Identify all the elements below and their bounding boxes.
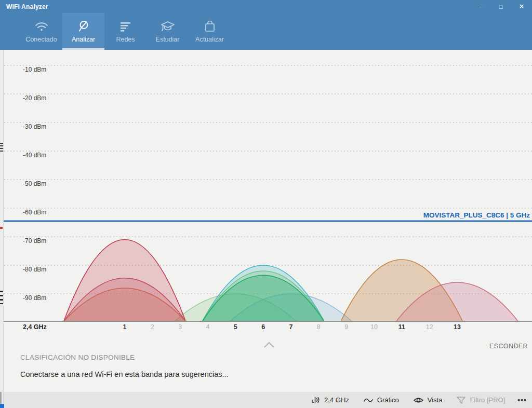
toolbar: Conectado Analizar [0, 13, 532, 50]
svg-text:-80 dBm: -80 dBm [23, 266, 46, 273]
tab-label: Actualizar [195, 36, 224, 43]
filter-pro-button[interactable]: Filtro [PRO] [456, 396, 505, 404]
graduation-cap-icon [161, 19, 175, 34]
network-list-icon [119, 19, 132, 34]
svg-text:-60 dBm: -60 dBm [23, 209, 46, 216]
svg-text:4: 4 [206, 323, 210, 331]
tab-analizar[interactable]: Analizar [62, 13, 104, 50]
svg-text:7: 7 [289, 323, 293, 331]
svg-text:-40 dBm: -40 dBm [23, 152, 46, 159]
svg-text:1: 1 [123, 323, 127, 331]
svg-text:-10 dBm: -10 dBm [23, 66, 46, 73]
y-gridlines [4, 65, 532, 294]
svg-text:11: 11 [398, 323, 405, 331]
classification-heading: CLASIFICACIÓN NO DISPONIBLE [20, 353, 135, 361]
tab-actualizar[interactable]: Actualizar [189, 13, 231, 50]
shopping-bag-icon [204, 19, 216, 34]
svg-text:9: 9 [344, 323, 348, 331]
tab-label: Conectado [25, 36, 57, 43]
classification-message: Conectarse a una red Wi-Fi en esta banda… [20, 370, 229, 378]
filter-label: Filtro [PRO] [470, 396, 505, 404]
waveform-icon [363, 396, 374, 404]
close-button[interactable]: ✕ [511, 0, 532, 13]
svg-text:12: 12 [426, 323, 433, 331]
graph-label: Gráfico [377, 396, 399, 404]
tab-label: Analizar [72, 36, 95, 43]
more-options-button[interactable]: ••• [517, 396, 527, 404]
band-selector[interactable]: 2,4 GHz [311, 396, 349, 405]
svg-text:13: 13 [454, 323, 461, 331]
band-label: 2,4 GHz [324, 396, 349, 404]
wifi-analyzer-window: WiFi Analyzer – □ ✕ Conectado [0, 0, 532, 408]
magnifier-icon [77, 19, 90, 34]
minimize-button[interactable]: – [470, 0, 490, 13]
background-window-artifact [0, 392, 2, 404]
channel-labels: 12345678910111213 [123, 323, 461, 331]
tab-label: Redes [116, 36, 135, 43]
eye-icon [413, 396, 424, 404]
svg-text:3: 3 [178, 323, 182, 331]
hide-panel-link[interactable]: ESCONDER [489, 343, 528, 350]
svg-text:2: 2 [151, 323, 154, 331]
tab-conectado[interactable]: Conectado [20, 13, 62, 50]
y-tick-labels: -10 dBm-20 dBm-30 dBm-40 dBm-50 dBm-60 d… [23, 66, 46, 302]
view-button[interactable]: Vista [413, 396, 443, 404]
title-bar: WiFi Analyzer – □ ✕ [0, 0, 532, 13]
band-label: 2,4 GHz [23, 323, 47, 331]
svg-text:5: 5 [234, 323, 237, 331]
band-signal-icon [311, 396, 321, 405]
background-window-artifact [0, 143, 3, 152]
background-window-edge [0, 50, 4, 408]
graph-view-button[interactable]: Gráfico [363, 396, 399, 404]
svg-text:-50 dBm: -50 dBm [23, 180, 46, 187]
spectrum-chart: -10 dBm-20 dBm-30 dBm-40 dBm-50 dBm-60 d… [0, 50, 532, 336]
view-label: Vista [428, 396, 443, 404]
network-curves [64, 240, 518, 322]
background-window-artifact [0, 404, 4, 408]
tab-estudiar[interactable]: Estudiar [147, 13, 189, 50]
tab-label: Estudiar [156, 36, 180, 43]
background-window-artifact [0, 227, 3, 229]
tab-redes[interactable]: Redes [104, 13, 147, 50]
wifi-connected-icon [34, 19, 49, 34]
svg-text:-30 dBm: -30 dBm [23, 123, 46, 130]
svg-text:10: 10 [370, 323, 378, 331]
svg-text:-70 dBm: -70 dBm [23, 237, 46, 244]
status-bar: 2,4 GHz Gráfico Vista Filtro [PRO] ••• [0, 392, 532, 408]
window-title: WiFi Analyzer [0, 3, 48, 10]
window-controls: – □ ✕ [470, 0, 532, 13]
network-curve [202, 275, 324, 321]
svg-text:6: 6 [261, 323, 265, 331]
svg-text:-90 dBm: -90 dBm [23, 294, 46, 302]
filter-icon [456, 396, 466, 404]
highlight-network-label: MOVISTAR_PLUS_C8C6 | 5 GHz [423, 211, 530, 219]
svg-text:-20 dBm: -20 dBm [23, 94, 46, 102]
svg-text:8: 8 [317, 323, 321, 331]
background-window-artifact [0, 291, 3, 304]
maximize-button[interactable]: □ [490, 0, 511, 13]
chevron-up-icon [261, 341, 277, 350]
collapse-panel-button[interactable] [261, 341, 277, 350]
